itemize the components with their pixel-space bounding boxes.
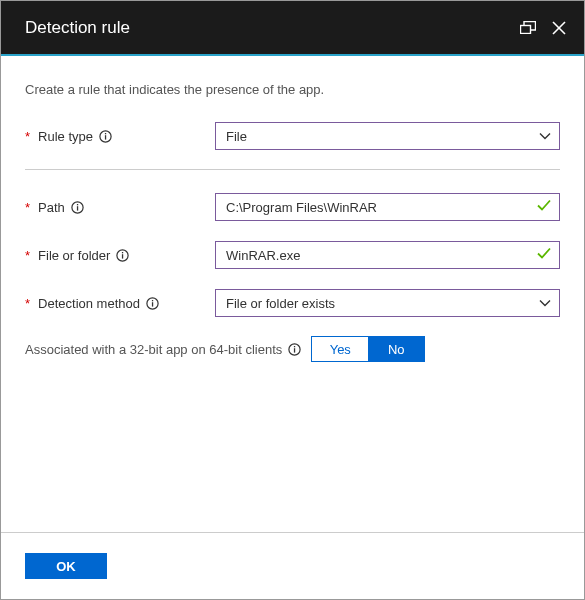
svg-rect-7 (77, 206, 78, 210)
check-icon (537, 248, 551, 263)
required-marker: * (25, 129, 30, 144)
rule-type-select[interactable]: File (215, 122, 560, 150)
svg-rect-13 (152, 302, 153, 306)
select-value: File (226, 129, 247, 144)
file-or-folder-input[interactable]: WinRAR.exe (215, 241, 560, 269)
rule-type-label: * Rule type (25, 129, 215, 144)
associated-32bit-label: Associated with a 32-bit app on 64-bit c… (25, 342, 301, 357)
required-marker: * (25, 200, 30, 215)
panel-content: Create a rule that indicates the presenc… (1, 56, 584, 532)
svg-rect-17 (294, 346, 295, 347)
svg-rect-5 (105, 133, 106, 134)
label-text: Path (38, 200, 65, 215)
associated-32bit-row: Associated with a 32-bit app on 64-bit c… (25, 336, 560, 362)
panel-header: Detection rule (1, 1, 584, 56)
panel-title: Detection rule (25, 18, 520, 38)
path-label: * Path (25, 200, 215, 215)
input-value: C:\Program Files\WinRAR (226, 200, 377, 215)
associated-32bit-toggle: Yes No (311, 336, 425, 362)
rule-type-row: * Rule type File (25, 121, 560, 151)
label-text: Detection method (38, 296, 140, 311)
detection-rule-panel: Detection rule Create a rule that indica… (0, 0, 585, 600)
intro-text: Create a rule that indicates the presenc… (25, 82, 560, 97)
panel-footer: OK (1, 532, 584, 599)
label-text: File or folder (38, 248, 110, 263)
label-text: Associated with a 32-bit app on 64-bit c… (25, 342, 282, 357)
info-icon[interactable] (99, 130, 112, 143)
svg-rect-8 (77, 204, 78, 205)
chevron-down-icon (539, 296, 551, 311)
label-text: Rule type (38, 129, 93, 144)
restore-icon[interactable] (520, 21, 536, 34)
check-icon (537, 200, 551, 215)
svg-rect-4 (105, 135, 106, 139)
chevron-down-icon (539, 129, 551, 144)
path-input[interactable]: C:\Program Files\WinRAR (215, 193, 560, 221)
toggle-no[interactable]: No (368, 337, 424, 361)
detection-method-label: * Detection method (25, 296, 215, 311)
header-controls (520, 21, 566, 35)
svg-rect-14 (152, 300, 153, 301)
section-divider (25, 169, 560, 170)
svg-rect-10 (122, 254, 123, 258)
file-or-folder-row: * File or folder WinRAR.exe (25, 240, 560, 270)
select-value: File or folder exists (226, 296, 335, 311)
info-icon[interactable] (116, 249, 129, 262)
detection-method-row: * Detection method File or folder exists (25, 288, 560, 318)
detection-method-select[interactable]: File or folder exists (215, 289, 560, 317)
required-marker: * (25, 248, 30, 263)
ok-button[interactable]: OK (25, 553, 107, 579)
svg-rect-11 (122, 252, 123, 253)
info-icon[interactable] (288, 343, 301, 356)
toggle-yes[interactable]: Yes (312, 337, 368, 361)
path-row: * Path C:\Program Files\WinRAR (25, 192, 560, 222)
svg-rect-16 (294, 348, 295, 352)
svg-rect-0 (521, 26, 531, 34)
input-value: WinRAR.exe (226, 248, 300, 263)
required-marker: * (25, 296, 30, 311)
file-or-folder-label: * File or folder (25, 248, 215, 263)
close-icon[interactable] (552, 21, 566, 35)
info-icon[interactable] (146, 297, 159, 310)
info-icon[interactable] (71, 201, 84, 214)
